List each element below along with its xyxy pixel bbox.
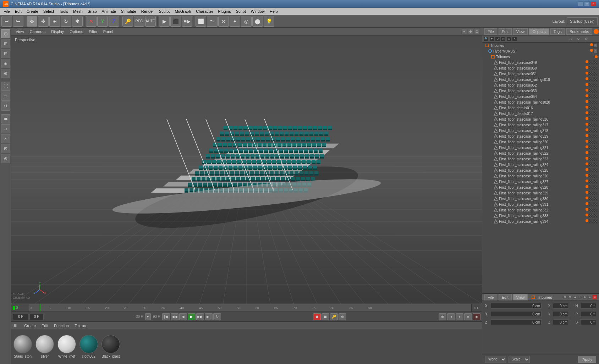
minimize-button[interactable]: ─ xyxy=(578,1,583,6)
menu-simulate[interactable]: Simulate xyxy=(119,9,138,14)
material-item-cloth[interactable]: cloth002 xyxy=(79,335,98,358)
tree-item-16[interactable]: First_floor_staircase_railing318 xyxy=(482,128,599,133)
vis-dot-tribunes-sub[interactable] xyxy=(595,55,598,58)
tree-item-21[interactable]: First_floor_staircase_railing323 xyxy=(482,156,599,162)
vis-dot-23[interactable] xyxy=(586,168,588,171)
tree-item-24[interactable]: First_floor_staircase_railing326 xyxy=(482,173,599,179)
vis-dot-22[interactable] xyxy=(586,162,588,165)
tree-item-26[interactable]: First_floor_staircase_railing328 xyxy=(482,184,599,190)
ctrl1-18[interactable] xyxy=(589,140,593,144)
goto-start-button[interactable]: |◀ xyxy=(162,313,170,320)
tree-item-hypernurbs[interactable]: HyperNURBS ✓ xyxy=(482,48,599,54)
magnet-tool-button[interactable]: ⊿ xyxy=(1,124,10,133)
ctrl2-4[interactable] xyxy=(593,60,598,65)
maximize-button[interactable]: □ xyxy=(584,1,590,6)
ctrl2-28[interactable] xyxy=(593,197,598,201)
ctrl1-22[interactable] xyxy=(589,162,593,167)
vis-dot-15[interactable] xyxy=(586,123,588,126)
play-button[interactable]: ▶ xyxy=(188,313,196,320)
motion-record-button[interactable]: ◈ xyxy=(473,313,480,320)
obj-layer-icon[interactable]: ⊕ xyxy=(506,37,511,42)
auto-key-button[interactable]: 🔑 xyxy=(330,313,338,320)
material-item-stairs[interactable]: Stairs_ston xyxy=(13,335,32,358)
model-mode-button[interactable]: ⬡ xyxy=(1,29,10,38)
select-tool-button[interactable]: ✥ xyxy=(27,16,37,27)
vp-lock-icon[interactable]: ⊕ xyxy=(468,29,473,34)
tree-item-5[interactable]: First_floor_staircase050 xyxy=(482,65,599,71)
mat-menu-texture[interactable]: Texture xyxy=(72,323,89,329)
redo-button[interactable]: ↪ xyxy=(13,16,23,27)
menu-edit[interactable]: Edit xyxy=(13,9,24,14)
vis-dot-31[interactable] xyxy=(586,214,588,216)
tree-item-15[interactable]: First_floor_staircase_railing317 xyxy=(482,122,599,128)
obj-filter-icon[interactable]: ▼ xyxy=(489,37,494,42)
menu-character[interactable]: Character xyxy=(194,9,215,14)
vis-dot-24[interactable] xyxy=(586,174,588,177)
vis-dot-7[interactable] xyxy=(586,77,588,80)
obj-camera-button[interactable]: ⬤ xyxy=(252,16,263,27)
tree-item-6[interactable]: First_floor_staircase051 xyxy=(482,71,599,77)
attr-icon-1[interactable]: ⊞ xyxy=(563,295,567,299)
vis-dot-19[interactable] xyxy=(586,145,588,148)
ctrl2-18[interactable] xyxy=(593,140,598,144)
ctrl2-5[interactable] xyxy=(593,66,598,70)
timeline-ruler[interactable]: 0 5 10 15 20 25 30 35 40 45 50 55 60 65 … xyxy=(29,304,471,311)
step-forward-button[interactable]: ▶▶ xyxy=(196,313,204,320)
menu-tools[interactable]: Tools xyxy=(57,9,70,14)
timeline-button[interactable]: ≡ xyxy=(464,313,472,320)
menu-select[interactable]: Select xyxy=(41,9,56,14)
frame-offset-input[interactable] xyxy=(29,314,44,320)
attr-icon-6[interactable]: ≡ xyxy=(588,295,592,299)
z-axis-button[interactable]: Z xyxy=(109,16,119,27)
ctrl2-20[interactable] xyxy=(593,151,598,155)
ctrl1-5[interactable] xyxy=(589,66,593,70)
tree-item-32[interactable]: First_floor_staircase_railing334 xyxy=(482,219,599,224)
play-back-button[interactable]: ◀ xyxy=(179,313,187,320)
tree-item-22[interactable]: First_floor_staircase_railing324 xyxy=(482,162,599,167)
render-view-button[interactable]: ▶ xyxy=(159,16,170,27)
loop-button[interactable]: ↻ xyxy=(213,313,221,320)
obj-search-icon[interactable]: 🔍 xyxy=(484,37,489,42)
vis-dot-21[interactable] xyxy=(586,157,588,160)
z-pos-input[interactable] xyxy=(491,319,542,325)
ctrl1-28[interactable] xyxy=(589,197,593,201)
vis-dot-25[interactable] xyxy=(586,180,588,182)
ctrl2-14[interactable] xyxy=(593,117,598,121)
material-item-silver[interactable]: silver xyxy=(35,335,54,358)
x-pos-input[interactable] xyxy=(491,303,542,309)
tab-file[interactable]: File xyxy=(484,28,497,35)
viewport-3d[interactable]: Perspective MAXON CINEMA 4D X Y Z xyxy=(11,35,482,304)
menu-animate[interactable]: Animate xyxy=(100,9,118,14)
h-rot-input[interactable] xyxy=(580,303,596,309)
vis-dot-20[interactable] xyxy=(586,151,588,154)
tree-item-31[interactable]: First_floor_staircase_railing333 xyxy=(482,213,599,219)
transform-tool-button[interactable]: ✱ xyxy=(72,16,83,27)
vp-menu-filter[interactable]: Filter xyxy=(87,29,99,34)
ctrl2-21[interactable] xyxy=(593,157,598,161)
mat-menu-function[interactable]: Function xyxy=(52,323,71,329)
ctrl2-17[interactable] xyxy=(593,134,598,138)
tree-item-20[interactable]: First_floor_staircase_railing322 xyxy=(482,150,599,156)
coord-system-select[interactable]: World Object Local xyxy=(485,356,506,363)
vp-menu-display[interactable]: Display xyxy=(49,29,66,34)
prev-key-button[interactable]: ◂ xyxy=(447,313,455,320)
record-button[interactable]: REC xyxy=(134,16,144,27)
vis-dot-29[interactable] xyxy=(586,202,588,205)
y-axis-button[interactable]: Y xyxy=(97,16,108,27)
ctrl2-30[interactable] xyxy=(593,208,598,212)
stop-record-button[interactable]: ⏹ xyxy=(322,313,329,320)
ctrl1-13[interactable] xyxy=(589,111,593,116)
menu-mesh[interactable]: Mesh xyxy=(71,9,85,14)
x-axis-button[interactable]: ✕ xyxy=(86,16,97,27)
vis-dot-10[interactable] xyxy=(586,94,588,97)
ctrl1-20[interactable] xyxy=(589,151,593,155)
attr-close-icon[interactable]: ✕ xyxy=(593,295,597,299)
live-select-button[interactable]: ⛶ xyxy=(1,82,10,91)
vis-dot-11[interactable] xyxy=(586,100,588,103)
obj-link-icon[interactable]: ⊙ xyxy=(495,37,500,42)
vis-dot-8[interactable] xyxy=(586,83,588,86)
menu-sculpt[interactable]: Sculpt xyxy=(157,9,172,14)
check-hypernurbs[interactable]: ✓ xyxy=(593,49,598,53)
obj-cube-button[interactable]: ⬜ xyxy=(196,16,206,27)
ctrl2-16[interactable] xyxy=(593,128,598,133)
